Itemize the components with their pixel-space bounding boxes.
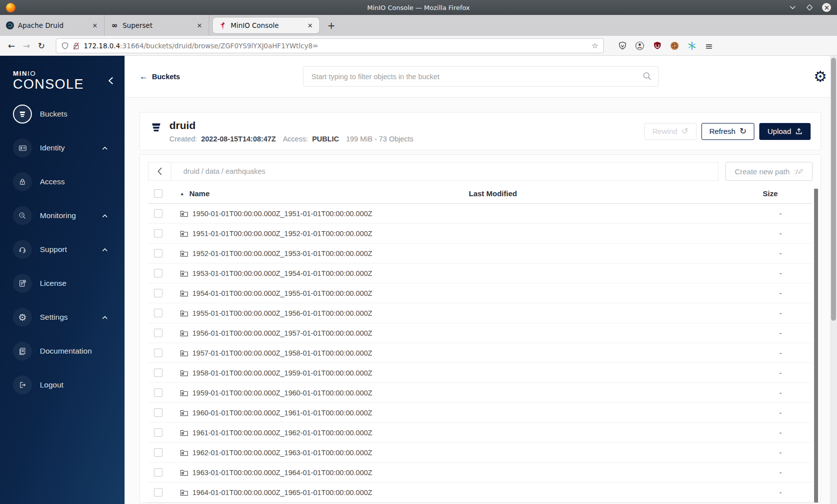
tab-label: MinIO Console (231, 21, 302, 29)
row-checkbox[interactable] (154, 269, 162, 277)
new-tab-button[interactable]: + (323, 15, 340, 36)
settings-gear-icon: ⚙ (13, 308, 32, 327)
chevron-up-icon[interactable] (102, 248, 108, 252)
sidebar-item-logout[interactable]: Logout (0, 368, 125, 402)
row-checkbox[interactable] (154, 369, 162, 377)
tab-apache-druid[interactable]: Apache Druid ✕ (0, 15, 105, 36)
table-row[interactable]: 1953-01-01T00:00:00.000Z_1954-01-01T00:0… (148, 263, 813, 283)
shield-extension-icon[interactable] (618, 41, 627, 50)
table-row[interactable]: 1963-01-01T00:00:00.000Z_1964-01-01T00:0… (148, 463, 813, 483)
console-settings-gear-icon[interactable]: ⚙ (814, 69, 827, 84)
url-text: 172.18.0.4:31664/buckets/druid/browse/ZG… (84, 42, 318, 50)
row-checkbox[interactable] (154, 468, 162, 477)
sidebar-item-settings[interactable]: ⚙ Settings (0, 300, 125, 334)
row-checkbox[interactable] (154, 488, 162, 497)
back-to-buckets-link[interactable]: ← Buckets (140, 72, 180, 82)
column-header-size[interactable]: Size (763, 189, 813, 198)
table-row[interactable]: 1950-01-01T00:00:00.000Z_1951-01-01T00:0… (148, 204, 813, 224)
tab-close-icon[interactable]: ✕ (195, 22, 204, 29)
table-row[interactable]: 1957-01-01T00:00:00.000Z_1958-01-01T00:0… (148, 343, 813, 363)
tab-superset[interactable]: ∞ Superset ✕ (105, 15, 209, 36)
object-list-panel: druid / data / earthquakes Create new pa… (140, 154, 821, 503)
sidebar-item-buckets[interactable]: Buckets (0, 97, 125, 131)
minimize-button[interactable] (788, 3, 797, 12)
table-row[interactable]: 1961-01-01T00:00:00.000Z_1962-01-01T00:0… (148, 423, 813, 443)
row-checkbox[interactable] (154, 408, 162, 417)
bucket-meta: Created: 2022-08-15T14:08:47Z Access: PU… (169, 135, 414, 143)
table-scrollbar[interactable] (814, 189, 818, 503)
table-row[interactable]: 1962-01-01T00:00:00.000Z_1963-01-01T00:0… (148, 443, 813, 463)
folder-icon (180, 489, 188, 497)
containers-extension-icon[interactable] (635, 41, 644, 50)
insecure-lock-icon[interactable] (73, 42, 80, 50)
create-new-path-button[interactable]: Create new path :/ (725, 162, 813, 181)
folder-icon (180, 369, 188, 377)
table-row[interactable]: 1951-01-01T00:00:00.000Z_1952-01-01T00:0… (148, 224, 813, 244)
column-header-last-modified[interactable]: Last Modified (469, 189, 738, 198)
forward-nav-icon[interactable]: → (19, 41, 34, 51)
row-checkbox[interactable] (154, 309, 162, 317)
sidebar-item-identity[interactable]: Identity (0, 131, 125, 165)
refresh-button[interactable]: Refresh↻ (701, 123, 755, 140)
select-all-checkbox[interactable] (154, 189, 162, 198)
chevron-up-icon[interactable] (102, 316, 108, 319)
tab-close-icon[interactable]: ✕ (306, 22, 314, 29)
row-checkbox[interactable] (154, 229, 162, 238)
objects-table: ▲ Name Last Modified Size 1950-01-01T00:… (148, 184, 813, 503)
close-button[interactable] (822, 3, 831, 12)
ublock-origin-icon[interactable] (653, 41, 662, 50)
menu-hamburger-icon[interactable]: ≡ (705, 40, 713, 51)
folder-icon (180, 449, 188, 457)
sidebar-item-access[interactable]: Access (0, 165, 125, 199)
sidebar-item-support[interactable]: Support (0, 233, 125, 266)
row-checkbox[interactable] (154, 388, 162, 397)
chevron-up-icon[interactable] (102, 146, 108, 150)
sort-ascending-icon[interactable]: ▲ (180, 191, 184, 196)
table-row[interactable]: 1964-01-01T00:00:00.000Z_1965-01-01T00:0… (148, 483, 813, 503)
row-checkbox[interactable] (154, 209, 162, 218)
row-checkbox[interactable] (154, 329, 162, 337)
table-row[interactable]: 1960-01-01T00:00:00.000Z_1961-01-01T00:0… (148, 403, 813, 423)
tracking-shield-icon[interactable] (61, 42, 69, 50)
sidebar-item-documentation[interactable]: Documentation (0, 334, 125, 368)
breadcrumb: druid / data / earthquakes (171, 167, 265, 175)
upload-button[interactable]: Upload (759, 123, 811, 140)
chevron-up-icon[interactable] (102, 214, 108, 218)
bookmark-star-icon[interactable]: ☆ (592, 41, 598, 50)
page-scrollbar-thumb[interactable] (831, 58, 836, 321)
column-header-name[interactable]: Name (189, 189, 210, 198)
lock-icon (13, 172, 32, 191)
back-nav-icon[interactable]: ← (4, 41, 19, 51)
table-row[interactable]: 1959-01-01T00:00:00.000Z_1960-01-01T00:0… (148, 383, 813, 403)
page-scrollbar[interactable] (830, 56, 837, 504)
reload-icon[interactable]: ↻ (34, 41, 49, 51)
table-row[interactable]: 1956-01-01T00:00:00.000Z_1957-01-01T00:0… (148, 323, 813, 343)
table-row[interactable]: 1954-01-01T00:00:00.000Z_1955-01-01T00:0… (148, 283, 813, 303)
buckets-icon (13, 105, 32, 124)
tab-close-icon[interactable]: ✕ (91, 22, 99, 29)
druid-logo-icon (6, 21, 14, 29)
row-checkbox[interactable] (154, 349, 162, 357)
sidebar-item-monitoring[interactable]: Monitoring (0, 199, 125, 233)
window-controls (788, 3, 837, 12)
row-checkbox[interactable] (154, 428, 162, 437)
table-scrollbar-thumb[interactable] (814, 189, 818, 503)
sidebar-item-license[interactable]: License (0, 266, 125, 300)
rewind-button[interactable]: Rewind↺ (644, 123, 696, 140)
folder-icon (180, 230, 188, 238)
sidebar-nav: Buckets Identity Access (0, 97, 125, 409)
cookie-extension-icon[interactable] (670, 41, 679, 50)
maximize-button[interactable] (805, 3, 814, 12)
table-row[interactable]: 1955-01-01T00:00:00.000Z_1956-01-01T00:0… (148, 303, 813, 323)
url-bar[interactable]: 172.18.0.4:31664/buckets/druid/browse/ZG… (56, 38, 604, 53)
sidebar-collapse-icon[interactable] (108, 77, 114, 85)
row-checkbox[interactable] (154, 448, 162, 457)
table-row[interactable]: 1958-01-01T00:00:00.000Z_1959-01-01T00:0… (148, 363, 813, 383)
table-row[interactable]: 1952-01-01T00:00:00.000Z_1953-01-01T00:0… (148, 244, 813, 263)
row-checkbox[interactable] (154, 289, 162, 297)
tab-minio-console[interactable]: MinIO Console ✕ (212, 17, 320, 34)
row-checkbox[interactable] (154, 249, 162, 257)
breadcrumb-back-icon[interactable] (148, 162, 171, 180)
filter-objects-input[interactable] (303, 66, 659, 87)
asterisk-extension-icon[interactable] (688, 41, 697, 50)
